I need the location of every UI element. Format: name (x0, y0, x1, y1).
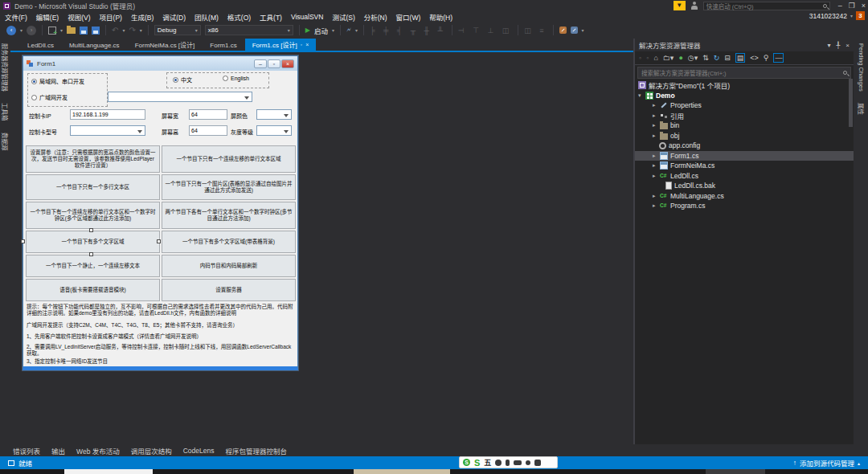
screen-color-combo[interactable] (256, 109, 292, 120)
gray-level-combo[interactable] (256, 125, 292, 136)
scrollbar-thumb[interactable] (849, 79, 853, 127)
show-all-files-icon[interactable]: ▤ (735, 53, 746, 63)
undo-dropdown-icon[interactable]: ▾ (122, 27, 125, 33)
new-project-dropdown-icon[interactable]: ▾ (60, 27, 63, 33)
btn-voice[interactable]: 语音(板卡需要搭载语音模块) (26, 279, 160, 301)
tree-item-app-config[interactable]: app.config (635, 141, 854, 151)
forward-icon[interactable]: ◦ (646, 54, 649, 62)
chevron-collapsed-icon[interactable]: ▸ (653, 202, 657, 209)
tree-item-obj[interactable]: ▸ obj (635, 131, 854, 141)
save-all-button[interactable] (92, 27, 100, 35)
radio-wan[interactable]: 广域网开发 (31, 93, 68, 101)
notification-flag-icon[interactable]: ▼ (674, 1, 686, 10)
chevron-collapsed-icon[interactable]: ▸ (653, 122, 657, 129)
tab-codelens[interactable]: CodeLens (183, 447, 215, 455)
tree-item-program-cs[interactable]: ▸ Program.cs (635, 201, 854, 211)
program-combo[interactable] (108, 92, 252, 102)
link-tool-icon[interactable] (559, 27, 567, 34)
form-maximize-button[interactable]: ▫ (268, 59, 280, 68)
solution-configuration-combo[interactable]: Debug▾ (154, 25, 201, 35)
sync-icon[interactable]: ⇅ (702, 54, 709, 62)
btn-multi-text-table-bg[interactable]: 一个节目下有多个文字区域(带表格背景) (162, 231, 296, 253)
ime-moon-icon[interactable] (495, 460, 502, 466)
close-button[interactable]: × (862, 2, 866, 10)
navigate-forward-button[interactable]: › (27, 26, 36, 35)
open-files-filter-icon[interactable]: ◷▾ (688, 54, 698, 62)
quick-launch-input[interactable]: 快速启动 (Ctrl+Q) (703, 2, 830, 10)
pin-tab-icon[interactable]: ◦ (301, 42, 302, 47)
btn-multi-text-areas[interactable]: 一个节目下有多个文字区域 (26, 231, 160, 253)
btn-neima-refresh[interactable]: 内码节目和内码局部刷新 (162, 255, 296, 277)
save-button[interactable] (80, 27, 88, 35)
menu-format[interactable]: 格式(O) (227, 12, 251, 22)
menu-visualsvn[interactable]: VisualSVN (291, 13, 323, 21)
undo-button[interactable]: ↶ (112, 26, 118, 35)
attach-process-icon[interactable]: 🗲 (346, 25, 351, 35)
minimize-button[interactable]: – (838, 2, 842, 10)
solution-platform-combo[interactable]: x86▾ (205, 25, 293, 35)
taskbar-window-thumbnail[interactable] (354, 469, 450, 474)
menu-build[interactable]: 生成(B) (131, 12, 154, 22)
collapse-all-icon[interactable]: ⊟ (724, 54, 731, 62)
selection-handle[interactable] (89, 228, 93, 232)
solution-explorer-titlebar[interactable]: 解决方案资源管理器 ▾ ╀ × (635, 39, 854, 51)
ime-settings-icon[interactable] (534, 460, 541, 466)
tab-toolbox[interactable]: 工具箱 (1, 103, 10, 121)
tab-server-explorer[interactable]: 服务器资源管理器 (1, 43, 10, 92)
selection-handle[interactable] (21, 239, 25, 243)
designed-form[interactable]: Form1 – ▫ × 局域网、串口开发 广域网开发 (23, 55, 298, 370)
ime-wubi-mode[interactable]: 五 (484, 457, 491, 468)
account-id[interactable]: 3141023242 (809, 12, 847, 20)
pin-icon[interactable]: ╀ (837, 42, 841, 49)
btn-multi-line-text[interactable]: 一个节目下只有一个多行文本区 (26, 174, 160, 200)
menu-analyze[interactable]: 分析(N) (364, 12, 387, 22)
tab-pending-changes[interactable]: Pending Changes (858, 43, 865, 92)
toolbar-overflow-icon[interactable]: ▾ (355, 27, 358, 33)
tab-data-sources[interactable]: 数据源 (1, 133, 10, 151)
navigate-back-button[interactable]: ‹ (6, 26, 16, 35)
chevron-collapsed-icon[interactable]: ▸ (653, 112, 657, 119)
selection-handle[interactable] (157, 239, 161, 243)
tree-item-references[interactable]: ▸ 引用 (635, 111, 854, 121)
btn-text-and-clock[interactable]: 一个节目下有一个连续左移的单行文本区和一个数字时钟区(多个区域都通过此方法添加) (26, 202, 160, 229)
btn-two-programs[interactable]: 两个节目下各有一个单行文本区和一个数字时钟区(多节目通过此方法添加) (162, 202, 296, 229)
tree-item-multilanguage-cs[interactable]: ▸ MultiLanguage.cs (635, 191, 854, 202)
tab-leddll-cs[interactable]: LedDll.cs (20, 40, 61, 51)
ime-sogou-icon[interactable]: S (474, 458, 480, 468)
tab-formneima-design[interactable]: FormNeiMa.cs [设计] (128, 39, 203, 51)
pending-changes-filter-icon[interactable]: ● (678, 54, 682, 62)
tab-form1-cs[interactable]: Form1.cs (203, 40, 244, 51)
chevron-collapsed-icon[interactable]: ▸ (653, 133, 657, 139)
ime-keyboard-icon[interactable] (514, 460, 522, 465)
btn-picture-area[interactable]: 一个节目下只有一个图片区(表格的显示通过自绘图片并通过此方式添加发送) (162, 174, 296, 200)
selection-handle[interactable] (89, 252, 93, 256)
close-tab-icon[interactable]: × (305, 42, 309, 47)
tree-item-solution[interactable]: 解决方案"Demo"(1 个项目) (635, 80, 854, 91)
redo-button[interactable]: ↷ (129, 26, 135, 35)
menu-team[interactable]: 团队(M) (194, 12, 219, 22)
ime-pen-icon[interactable] (506, 460, 510, 466)
taskbar-search-box[interactable] (64, 469, 153, 474)
preview-selected-icon[interactable]: — (773, 53, 784, 63)
tab-form1-design-active[interactable]: Form1.cs [设计] ◦ × (245, 39, 317, 51)
tree-item-form1-cs[interactable]: ▸ Form1.cs (635, 151, 854, 161)
menu-file[interactable]: 文件(F) (5, 12, 27, 22)
home-icon[interactable]: ⌂ (653, 54, 657, 62)
chevron-expanded-icon[interactable]: ▾ (638, 92, 643, 99)
restore-button[interactable]: ❐ (849, 2, 855, 10)
switch-views-icon[interactable]: 🗀▾ (663, 54, 674, 62)
menu-debug[interactable]: 调试(D) (162, 12, 186, 22)
radio-english[interactable]: English (223, 76, 249, 81)
tree-item-leddll-cs[interactable]: ▸ LedDll.cs (635, 171, 854, 182)
start-debug-icon[interactable]: ▶ (305, 27, 310, 34)
ime-person-icon[interactable] (526, 460, 530, 465)
taskbar-active-app[interactable] (706, 469, 765, 474)
chevron-collapsed-icon[interactable]: ▸ (653, 153, 657, 159)
designer-canvas[interactable]: Form1 – ▫ × 局域网、串口开发 广域网开发 (10, 51, 633, 444)
navigate-back-dropdown-icon[interactable]: ▾ (20, 27, 23, 33)
start-dropdown-icon[interactable]: ▾ (332, 27, 334, 33)
screen-width-input[interactable]: 64 (189, 109, 227, 120)
add-to-source-control-button[interactable]: 添加到源代码管理 (800, 458, 854, 468)
menu-test[interactable]: 测试(S) (332, 12, 354, 22)
tab-multilanguage-cs[interactable]: MultiLanguage.cs (62, 40, 127, 51)
